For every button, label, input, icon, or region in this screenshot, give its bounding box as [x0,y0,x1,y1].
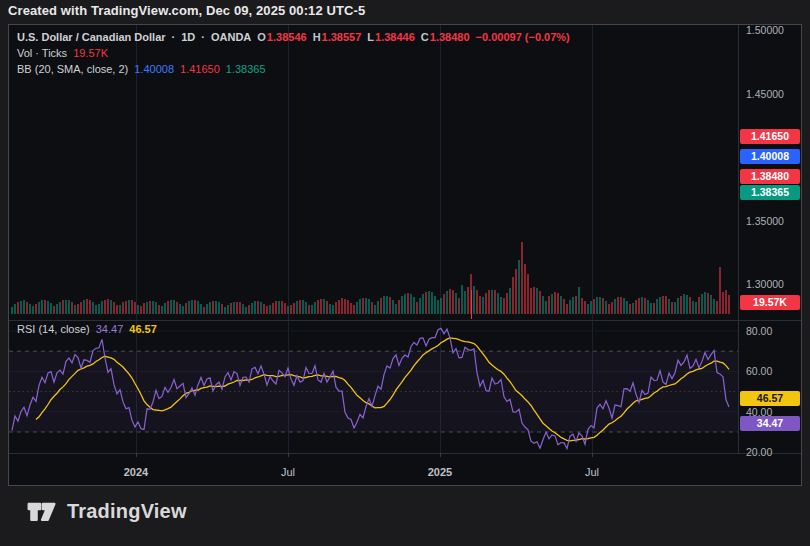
legend-separator: · [172,31,176,43]
volume-badge: 19.57K [740,295,800,310]
rsi-axis-label: 60.00 [746,364,802,378]
symbol-legend-row[interactable]: U.S. Dollar / Canadian Dollar · 1D · OAN… [17,31,570,43]
rsi-ma-badge: 46.57 [740,391,800,406]
bb-upper-badge: 1.41650 [740,129,800,144]
time-axis-label: 2025 [410,465,470,479]
time-axis-label: 2024 [106,465,166,479]
legend-separator: · [201,31,205,43]
time-axis-label: Jul [258,465,318,479]
bb-basis-badge: 1.40008 [740,149,800,164]
price-axis-label: 1.35000 [746,214,802,228]
price-axis-label: 1.30000 [746,277,802,291]
rsi-axis-label: 80.00 [746,324,802,338]
volume-legend-row[interactable]: Vol · Ticks 19.57K [17,47,108,59]
ohlc-open: O1.38546 [257,31,306,43]
ohlc-close: C1.38480 [421,31,470,43]
rsi-axis-label: 20.00 [746,445,802,459]
rsi-label: RSI (14, close) [17,323,90,335]
bb-label: BB (20, SMA, close, 2) [17,63,128,75]
exchange-label: OANDA [211,31,251,43]
interval-label: 1D [181,31,195,43]
volume-overlay [11,242,730,314]
price-axis-label: 1.50000 [746,24,802,37]
chart-canvas[interactable] [9,25,801,485]
chart-widget: U.S. Dollar / Canadian Dollar · 1D · OAN… [8,24,802,486]
rsi-value: 34.47 [96,323,124,335]
bb-lower-value: 1.38365 [226,63,266,75]
volume-label: Vol · Ticks [17,47,67,59]
brand-text: TradingView [67,500,187,523]
ohlc-high: H1.38557 [313,31,362,43]
symbol-title: U.S. Dollar / Canadian Dollar [17,31,166,43]
attribution-text: Created with TradingView.com, Dec 09, 20… [8,3,365,18]
change-value: −0.00097 (−0.07%) [476,31,570,43]
ohlc-low: L1.38446 [367,31,415,43]
tradingview-brand-link[interactable]: TradingView [26,497,187,525]
bb-legend-row[interactable]: BB (20, SMA, close, 2) 1.40008 1.41650 1… [17,63,266,75]
bb-upper-value: 1.41650 [180,63,220,75]
rsi-badge: 34.47 [740,416,800,431]
bb-lower-badge: 1.38365 [740,185,800,200]
tradingview-logo-icon [26,497,58,525]
rsi-ma-value: 46.57 [129,323,157,335]
price-axis-label: 1.45000 [746,87,802,101]
last-price-badge: 1.38480 [740,169,800,184]
bb-basis-value: 1.40008 [134,63,174,75]
volume-value: 19.57K [73,47,108,59]
time-axis-label: Jul [562,465,622,479]
rsi-legend-row[interactable]: RSI (14, close) 34.47 46.57 [17,323,157,335]
